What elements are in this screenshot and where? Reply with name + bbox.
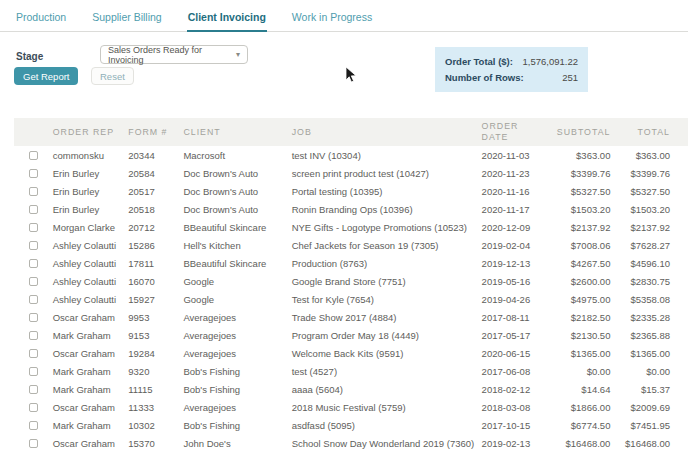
- row-checkbox[interactable]: [29, 385, 38, 394]
- form-number-link[interactable]: 10302: [124, 416, 179, 434]
- form-number-link[interactable]: 20344: [124, 146, 179, 164]
- form-number-link[interactable]: 20518: [124, 200, 179, 218]
- table-row: Ashley Colautti 15286 Hell's Kitchen Che…: [14, 236, 688, 254]
- form-number-link[interactable]: 17811: [124, 254, 179, 272]
- form-number-link[interactable]: 15370: [124, 434, 179, 452]
- row-checkbox[interactable]: [29, 277, 38, 286]
- form-number-link[interactable]: 11115: [124, 380, 179, 398]
- stage-dropdown[interactable]: Sales Orders Ready for Invoicing ▾: [100, 45, 248, 64]
- order-date-cell: 2020-11-23: [478, 164, 541, 182]
- row-checkbox[interactable]: [29, 439, 38, 448]
- client-link[interactable]: John Doe's: [179, 434, 287, 452]
- invoice-table: ORDER REP FORM # CLIENT JOB ORDER DATE S…: [14, 118, 688, 452]
- order-rep-link[interactable]: Ashley Colautti: [49, 272, 125, 290]
- header-order-rep: ORDER REP: [49, 118, 125, 146]
- order-rep-link[interactable]: Erin Burley: [49, 200, 125, 218]
- tab-supplier-billing[interactable]: Supplier Billing: [91, 8, 162, 31]
- row-checkbox[interactable]: [29, 187, 38, 196]
- order-rep-link[interactable]: commonsku: [49, 146, 125, 164]
- client-link[interactable]: Averagejoes: [179, 398, 287, 416]
- job-cell: Ronin Branding Ops (10396): [288, 200, 478, 218]
- client-link[interactable]: Macrosoft: [179, 146, 287, 164]
- order-rep-link[interactable]: Mark Graham: [49, 380, 125, 398]
- client-link[interactable]: Averagejoes: [179, 326, 287, 344]
- subtotal-cell: $4267.50: [541, 254, 615, 272]
- client-link[interactable]: Bob's Fishing: [179, 380, 287, 398]
- client-link[interactable]: Google: [179, 290, 287, 308]
- form-number-link[interactable]: 16070: [124, 272, 179, 290]
- table-row: Mark Graham 9153 Averagejoes Program Ord…: [14, 326, 688, 344]
- order-rep-link[interactable]: Oscar Graham: [49, 344, 125, 362]
- form-number-link[interactable]: 20712: [124, 218, 179, 236]
- header-order-date: ORDER DATE: [478, 118, 541, 146]
- client-link[interactable]: Averagejoes: [179, 344, 287, 362]
- order-rep-link[interactable]: Morgan Clarke: [49, 218, 125, 236]
- form-number-link[interactable]: 11333: [124, 398, 179, 416]
- total-cell: $16468.00: [614, 434, 688, 452]
- tab-work-in-progress[interactable]: Work in Progress: [291, 8, 373, 31]
- form-number-link[interactable]: 19284: [124, 344, 179, 362]
- order-rep-link[interactable]: Ashley Colautti: [49, 236, 125, 254]
- client-link[interactable]: Averagejoes: [179, 308, 287, 326]
- client-link[interactable]: Hell's Kitchen: [179, 236, 287, 254]
- row-checkbox-cell: [14, 308, 49, 326]
- row-checkbox[interactable]: [29, 259, 38, 268]
- row-checkbox[interactable]: [29, 241, 38, 250]
- order-rep-link[interactable]: Erin Burley: [49, 164, 125, 182]
- row-checkbox[interactable]: [29, 295, 38, 304]
- row-checkbox[interactable]: [29, 205, 38, 214]
- header-form-number: FORM #: [124, 118, 179, 146]
- total-cell: $2830.75: [614, 272, 688, 290]
- row-checkbox[interactable]: [29, 349, 38, 358]
- form-number-link[interactable]: 9320: [124, 362, 179, 380]
- total-cell: $2335.28: [614, 308, 688, 326]
- client-link[interactable]: Doc Brown's Auto: [179, 182, 287, 200]
- client-link[interactable]: BBeautiful Skincare: [179, 254, 287, 272]
- order-rep-link[interactable]: Oscar Graham: [49, 398, 125, 416]
- row-checkbox[interactable]: [29, 313, 38, 322]
- order-rep-link[interactable]: Ashley Colautti: [49, 290, 125, 308]
- form-number-link[interactable]: 20517: [124, 182, 179, 200]
- total-cell: $4596.10: [614, 254, 688, 272]
- order-rep-link[interactable]: Mark Graham: [49, 326, 125, 344]
- row-checkbox[interactable]: [29, 169, 38, 178]
- row-checkbox[interactable]: [29, 223, 38, 232]
- client-link[interactable]: Bob's Fishing: [179, 362, 287, 380]
- client-link[interactable]: Bob's Fishing: [179, 416, 287, 434]
- reset-button[interactable]: Reset: [91, 67, 134, 85]
- tab-production[interactable]: Production: [15, 8, 67, 31]
- client-link[interactable]: Google: [179, 272, 287, 290]
- client-link[interactable]: BBeautiful Skincare: [179, 218, 287, 236]
- table-row: Erin Burley 20518 Doc Brown's Auto Ronin…: [14, 200, 688, 218]
- tab-client-invoicing[interactable]: Client Invoicing: [187, 8, 267, 32]
- client-link[interactable]: Doc Brown's Auto: [179, 200, 287, 218]
- form-number-link[interactable]: 15286: [124, 236, 179, 254]
- order-rep-link[interactable]: Mark Graham: [49, 362, 125, 380]
- client-link[interactable]: Doc Brown's Auto: [179, 164, 287, 182]
- row-checkbox[interactable]: [29, 421, 38, 430]
- order-date-cell: 2018-03-08: [478, 398, 541, 416]
- row-checkbox-cell: [14, 236, 49, 254]
- header-subtotal: SUBTOTAL: [541, 118, 615, 146]
- row-checkbox[interactable]: [29, 403, 38, 412]
- header-client: CLIENT: [179, 118, 287, 146]
- subtotal-cell: $7008.06: [541, 236, 615, 254]
- get-report-button[interactable]: Get Report: [14, 67, 78, 85]
- order-rep-link[interactable]: Oscar Graham: [49, 434, 125, 452]
- row-checkbox-cell: [14, 218, 49, 236]
- form-number-link[interactable]: 9953: [124, 308, 179, 326]
- row-checkbox[interactable]: [29, 367, 38, 376]
- form-number-link[interactable]: 15927: [124, 290, 179, 308]
- row-checkbox[interactable]: [29, 331, 38, 340]
- order-rep-link[interactable]: Mark Graham: [49, 416, 125, 434]
- job-cell: test (4527): [288, 362, 478, 380]
- order-rep-link[interactable]: Erin Burley: [49, 182, 125, 200]
- order-rep-link[interactable]: Ashley Colautti: [49, 254, 125, 272]
- total-cell: $15.37: [614, 380, 688, 398]
- row-checkbox[interactable]: [29, 151, 38, 160]
- order-rep-link[interactable]: Oscar Graham: [49, 308, 125, 326]
- form-number-link[interactable]: 20584: [124, 164, 179, 182]
- job-cell: Trade Show 2017 (4884): [288, 308, 478, 326]
- total-cell: $0.00: [614, 362, 688, 380]
- form-number-link[interactable]: 9153: [124, 326, 179, 344]
